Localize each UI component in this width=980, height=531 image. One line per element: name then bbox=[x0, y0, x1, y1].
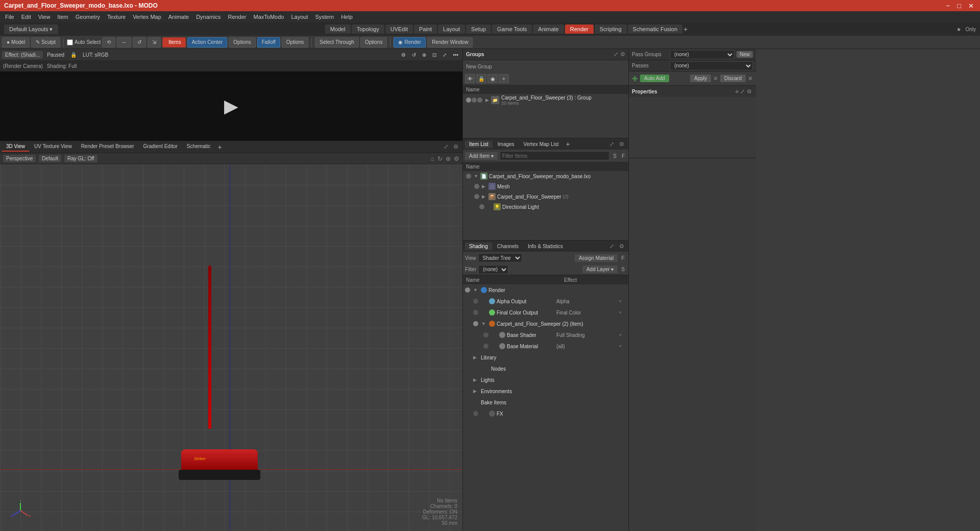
viewport-zoom-icon[interactable]: ⊕ bbox=[446, 155, 451, 162]
fx-vis[interactable] bbox=[473, 411, 478, 416]
menu-item[interactable]: Item bbox=[54, 13, 71, 21]
render-window-btn[interactable]: Render Window bbox=[427, 37, 473, 47]
tab-gradient-editor[interactable]: Gradient Editor bbox=[139, 142, 182, 152]
default-dropdown[interactable]: Default bbox=[39, 155, 61, 162]
tab-paint[interactable]: Paint bbox=[414, 25, 437, 34]
gear-icon[interactable]: ⚙ bbox=[399, 52, 408, 58]
alpha-arrow[interactable]: ▾ bbox=[619, 299, 626, 304]
sweeper-vis-eye[interactable] bbox=[474, 194, 479, 199]
viewport-home-icon[interactable]: ⌂ bbox=[431, 155, 434, 162]
properties-add-btn[interactable]: + bbox=[735, 87, 739, 95]
action-center-btn[interactable]: Action Center bbox=[187, 37, 228, 47]
refresh-icon[interactable]: ↺ bbox=[410, 52, 418, 58]
group-add-btn[interactable]: + bbox=[499, 74, 509, 83]
shading-expand-icon[interactable]: ⤢ bbox=[607, 243, 616, 250]
menu-view[interactable]: View bbox=[35, 13, 54, 21]
tab-vertex-map[interactable]: Vertex Map List bbox=[520, 140, 563, 148]
tab-schematic[interactable]: Schematic Fusion bbox=[628, 25, 682, 34]
menu-file[interactable]: File bbox=[2, 13, 17, 21]
menu-vertexmap[interactable]: Vertex Map bbox=[130, 13, 164, 21]
filter-items-input[interactable] bbox=[500, 151, 609, 160]
light-vis-eye[interactable] bbox=[479, 204, 484, 209]
render-btn[interactable]: ◉ Render bbox=[394, 37, 426, 47]
vis-render[interactable] bbox=[477, 98, 482, 103]
shading-base-shader[interactable]: ▶ Base Shader Full Shading ▾ bbox=[463, 329, 628, 341]
menu-system[interactable]: System bbox=[312, 13, 337, 21]
finalcolor-vis[interactable] bbox=[473, 310, 478, 315]
groups-expand-icon[interactable]: ⤢ bbox=[614, 51, 618, 58]
lxo-expand-arrow[interactable]: ▼ bbox=[474, 174, 479, 179]
baseshader-vis[interactable] bbox=[483, 332, 488, 337]
sweeper-expand-arrow[interactable]: ▶ bbox=[482, 194, 487, 199]
tab-model[interactable]: Model bbox=[325, 25, 351, 34]
shading-render[interactable]: ▼ Render bbox=[463, 284, 628, 296]
tree-item-lxo[interactable]: ▼ 📄 Carpet_and_Floor_Sweeper_modo_base.l… bbox=[463, 171, 628, 181]
render-vis[interactable] bbox=[465, 287, 470, 293]
shading-settings-icon[interactable]: ⚙ bbox=[617, 243, 626, 250]
pass-groups-new-btn[interactable]: New bbox=[737, 51, 753, 58]
zoom-icon[interactable]: ⊕ bbox=[420, 52, 428, 58]
tab-animate[interactable]: Animate bbox=[533, 25, 564, 34]
shading-sweeper-mat[interactable]: ▼ Carpet_and_Floor_Sweeper (2) (Item) bbox=[463, 318, 628, 329]
perspective-dropdown[interactable]: Perspective bbox=[3, 155, 36, 162]
view-expand-icon[interactable]: ⤢ bbox=[442, 143, 450, 150]
menu-edit[interactable]: Edit bbox=[18, 13, 34, 21]
render-expand[interactable]: ▼ bbox=[473, 287, 479, 293]
view3d[interactable]: Perspective Default Ray GL: Off ⌂ ↻ ⊕ ⚙ bbox=[0, 153, 462, 531]
dots-icon[interactable]: ••• bbox=[451, 52, 460, 58]
filter-f-btn[interactable]: F bbox=[620, 153, 626, 159]
basemat-arrow[interactable]: ▾ bbox=[619, 344, 626, 349]
transform-btn[interactable]: ⟲ bbox=[102, 37, 115, 47]
filter-s-btn[interactable]: S bbox=[611, 153, 618, 159]
tab-channels[interactable]: Channels bbox=[493, 243, 523, 250]
tab-shading[interactable]: Shading bbox=[465, 243, 492, 250]
properties-settings-icon[interactable]: ⚙ bbox=[746, 88, 753, 95]
tab-render[interactable]: Render bbox=[565, 25, 594, 34]
view-dropdown[interactable]: Shader Tree bbox=[478, 253, 522, 262]
mesh-vis-eye[interactable] bbox=[474, 184, 479, 189]
tree-item-sweeper-group[interactable]: ▶ 📦 Carpet_and_Floor_Sweeper (2) bbox=[463, 191, 628, 202]
finalcolor-arrow[interactable]: ▾ bbox=[619, 310, 626, 315]
filter-dropdown[interactable]: (none) bbox=[478, 265, 508, 274]
tab-layout[interactable]: Layout bbox=[438, 25, 465, 34]
viewport-orbit-icon[interactable]: ↻ bbox=[437, 155, 443, 162]
options-2-btn[interactable]: Options bbox=[282, 37, 308, 47]
auto-add-btn[interactable]: Auto Add bbox=[640, 75, 669, 82]
viewport-3d[interactable]: Striker X Y Z bbox=[0, 164, 462, 531]
group-item-1[interactable]: ▶ 📁 Carpet_and_Floor_Sweeper (3) : Group… bbox=[463, 94, 628, 106]
maximize-btn[interactable]: □ bbox=[955, 2, 963, 10]
group-render-btn[interactable]: ◉ bbox=[487, 74, 498, 83]
tab-add-icon[interactable]: + bbox=[683, 25, 688, 33]
add-layer-s-btn[interactable]: S bbox=[620, 267, 626, 272]
menu-texture[interactable]: Texture bbox=[104, 13, 129, 21]
pass-groups-dropdown[interactable]: (none) bbox=[670, 50, 734, 59]
add-items-tab-btn[interactable]: + bbox=[564, 140, 572, 148]
model-btn[interactable]: ● Model bbox=[2, 37, 30, 47]
shading-final-color[interactable]: ▶ Final Color Output Final Color ▾ bbox=[463, 307, 628, 318]
menu-geometry[interactable]: Geometry bbox=[72, 13, 103, 21]
group-lock-btn[interactable]: 🔒 bbox=[476, 74, 486, 83]
add-layer-btn[interactable]: Add Layer ▾ bbox=[582, 266, 618, 273]
alpha-vis[interactable] bbox=[473, 299, 478, 304]
window-controls[interactable]: − □ ✕ bbox=[944, 2, 976, 10]
sculpt-btn[interactable]: ✎ Sculpt bbox=[31, 37, 60, 47]
tab-uvedit[interactable]: UVEdit bbox=[385, 25, 413, 34]
move-btn[interactable]: ↔ bbox=[117, 37, 131, 47]
shading-fx[interactable]: ▶ FX bbox=[463, 408, 628, 419]
vis-lock[interactable] bbox=[472, 98, 477, 103]
tab-images[interactable]: Images bbox=[494, 140, 519, 148]
basemat-vis[interactable] bbox=[483, 344, 488, 349]
properties-expand-icon[interactable]: ⤢ bbox=[739, 88, 746, 95]
tab-topology[interactable]: Topology bbox=[352, 25, 384, 34]
vis-eye[interactable] bbox=[466, 98, 471, 103]
fit-icon[interactable]: ⊡ bbox=[430, 52, 438, 58]
rotate-btn[interactable]: ↺ bbox=[133, 37, 146, 47]
library-expand[interactable]: ▶ bbox=[473, 355, 479, 360]
tree-item-mesh[interactable]: ▶ ⬡ Mesh bbox=[463, 181, 628, 191]
auto-select-checkbox[interactable] bbox=[67, 39, 73, 45]
falloff-btn[interactable]: Falloff bbox=[257, 37, 280, 47]
menu-animate[interactable]: Animate bbox=[165, 13, 192, 21]
tab-info-stats[interactable]: Info & Statistics bbox=[524, 243, 567, 250]
tab-schematic[interactable]: Schematic bbox=[183, 142, 215, 152]
menu-layout[interactable]: Layout bbox=[288, 13, 311, 21]
